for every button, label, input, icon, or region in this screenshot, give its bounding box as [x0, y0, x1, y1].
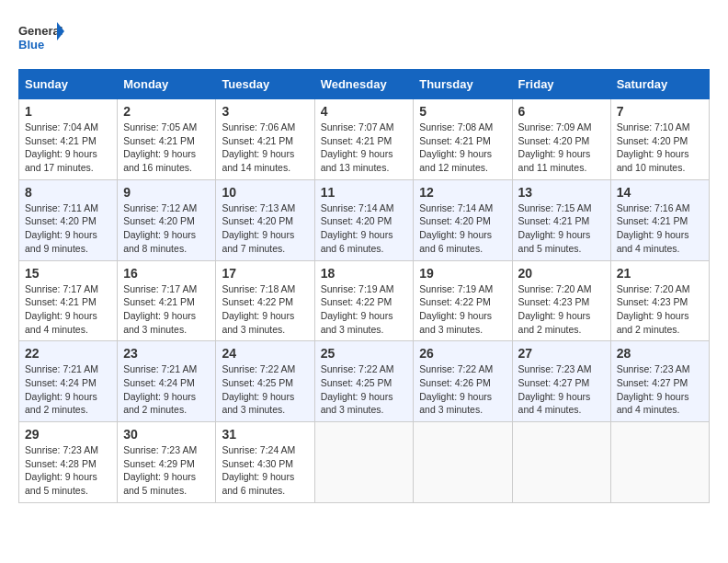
- daylight-label: Daylight: 9 hours and 2 minutes.: [123, 391, 196, 416]
- day-number: 29: [25, 427, 111, 442]
- calendar-day-cell: 24 Sunrise: 7:22 AM Sunset: 4:25 PM Dayl…: [216, 341, 314, 422]
- day-info: Sunrise: 7:06 AM Sunset: 4:21 PM Dayligh…: [222, 121, 308, 175]
- daylight-label: Daylight: 9 hours and 13 minutes.: [321, 148, 393, 173]
- day-number: 13: [518, 185, 605, 200]
- day-info: Sunrise: 7:10 AM Sunset: 4:20 PM Dayligh…: [617, 121, 703, 175]
- sunrise-label: Sunrise: 7:06 AM: [222, 121, 295, 132]
- day-number: 14: [617, 185, 703, 200]
- daylight-label: Daylight: 9 hours and 3 minutes.: [321, 391, 393, 416]
- day-info: Sunrise: 7:22 AM Sunset: 4:25 PM Dayligh…: [321, 362, 408, 417]
- sunset-label: Sunset: 4:21 PM: [123, 135, 195, 146]
- day-number: 12: [419, 185, 506, 200]
- sunset-label: Sunset: 4:21 PM: [617, 215, 688, 226]
- day-number: 23: [123, 346, 210, 361]
- logo: General Blue: [18, 18, 64, 60]
- sunset-label: Sunset: 4:22 PM: [222, 296, 293, 307]
- day-number: 18: [321, 266, 408, 281]
- sunrise-label: Sunrise: 7:11 AM: [25, 202, 98, 213]
- day-info: Sunrise: 7:13 AM Sunset: 4:20 PM Dayligh…: [222, 201, 308, 256]
- day-info: Sunrise: 7:14 AM Sunset: 4:20 PM Dayligh…: [321, 201, 408, 256]
- calendar-day-cell: 4 Sunrise: 7:07 AM Sunset: 4:21 PM Dayli…: [314, 99, 414, 180]
- calendar-day-cell: 15 Sunrise: 7:17 AM Sunset: 4:21 PM Dayl…: [19, 260, 118, 341]
- daylight-label: Daylight: 9 hours and 3 minutes.: [419, 391, 492, 416]
- daylight-label: Daylight: 9 hours and 16 minutes.: [123, 148, 196, 173]
- daylight-label: Daylight: 9 hours and 12 minutes.: [419, 148, 492, 173]
- sunset-label: Sunset: 4:20 PM: [25, 215, 97, 226]
- sunset-label: Sunset: 4:20 PM: [321, 215, 392, 226]
- day-number: 11: [321, 185, 408, 200]
- sunrise-label: Sunrise: 7:08 AM: [419, 121, 493, 132]
- day-number: 10: [222, 185, 308, 200]
- day-number: 21: [617, 266, 703, 281]
- calendar-day-cell: 14 Sunrise: 7:16 AM Sunset: 4:21 PM Dayl…: [610, 179, 709, 260]
- day-number: 25: [321, 346, 408, 361]
- calendar-day-cell: 23 Sunrise: 7:21 AM Sunset: 4:24 PM Dayl…: [118, 341, 216, 422]
- sunset-label: Sunset: 4:23 PM: [617, 296, 688, 307]
- day-info: Sunrise: 7:15 AM Sunset: 4:21 PM Dayligh…: [518, 201, 605, 256]
- day-info: Sunrise: 7:08 AM Sunset: 4:21 PM Dayligh…: [419, 121, 506, 175]
- calendar-day-cell: 16 Sunrise: 7:17 AM Sunset: 4:21 PM Dayl…: [118, 260, 216, 341]
- sunset-label: Sunset: 4:25 PM: [321, 377, 392, 388]
- svg-text:General: General: [18, 24, 63, 38]
- day-info: Sunrise: 7:23 AM Sunset: 4:28 PM Dayligh…: [25, 443, 111, 498]
- sunrise-label: Sunrise: 7:05 AM: [123, 121, 197, 132]
- day-info: Sunrise: 7:21 AM Sunset: 4:24 PM Dayligh…: [123, 362, 210, 417]
- sunset-label: Sunset: 4:21 PM: [222, 135, 293, 146]
- calendar-day-cell: 8 Sunrise: 7:11 AM Sunset: 4:20 PM Dayli…: [19, 179, 118, 260]
- page-header: General Blue: [18, 18, 710, 60]
- weekday-header: Saturday: [610, 70, 709, 99]
- day-info: Sunrise: 7:22 AM Sunset: 4:26 PM Dayligh…: [419, 362, 506, 417]
- calendar-day-cell: 30 Sunrise: 7:23 AM Sunset: 4:29 PM Dayl…: [118, 422, 216, 503]
- sunrise-label: Sunrise: 7:19 AM: [419, 283, 493, 294]
- day-info: Sunrise: 7:23 AM Sunset: 4:27 PM Dayligh…: [518, 362, 605, 417]
- daylight-label: Daylight: 9 hours and 3 minutes.: [321, 310, 393, 335]
- sunset-label: Sunset: 4:21 PM: [419, 135, 491, 146]
- day-number: 22: [25, 346, 111, 361]
- day-info: Sunrise: 7:16 AM Sunset: 4:21 PM Dayligh…: [617, 201, 703, 256]
- sunset-label: Sunset: 4:23 PM: [518, 296, 590, 307]
- calendar-day-cell: 12 Sunrise: 7:14 AM Sunset: 4:20 PM Dayl…: [414, 179, 512, 260]
- sunrise-label: Sunrise: 7:14 AM: [321, 202, 394, 213]
- day-info: Sunrise: 7:21 AM Sunset: 4:24 PM Dayligh…: [25, 362, 111, 417]
- day-info: Sunrise: 7:18 AM Sunset: 4:22 PM Dayligh…: [222, 282, 308, 337]
- calendar-week-row: 8 Sunrise: 7:11 AM Sunset: 4:20 PM Dayli…: [19, 179, 710, 260]
- calendar-day-cell: 3 Sunrise: 7:06 AM Sunset: 4:21 PM Dayli…: [216, 99, 314, 180]
- sunrise-label: Sunrise: 7:22 AM: [419, 363, 493, 374]
- calendar-day-cell: 5 Sunrise: 7:08 AM Sunset: 4:21 PM Dayli…: [414, 99, 512, 180]
- day-info: Sunrise: 7:23 AM Sunset: 4:29 PM Dayligh…: [123, 443, 210, 498]
- sunset-label: Sunset: 4:21 PM: [25, 296, 97, 307]
- sunset-label: Sunset: 4:27 PM: [617, 377, 688, 388]
- calendar-day-cell: 26 Sunrise: 7:22 AM Sunset: 4:26 PM Dayl…: [414, 341, 512, 422]
- day-info: Sunrise: 7:24 AM Sunset: 4:30 PM Dayligh…: [222, 443, 308, 498]
- calendar-day-cell: 6 Sunrise: 7:09 AM Sunset: 4:20 PM Dayli…: [512, 99, 610, 180]
- daylight-label: Daylight: 9 hours and 6 minutes.: [321, 229, 393, 254]
- calendar-header-row: SundayMondayTuesdayWednesdayThursdayFrid…: [19, 70, 710, 99]
- day-number: 6: [518, 104, 605, 119]
- sunset-label: Sunset: 4:22 PM: [419, 296, 491, 307]
- day-number: 20: [518, 266, 605, 281]
- sunrise-label: Sunrise: 7:23 AM: [617, 363, 690, 374]
- sunset-label: Sunset: 4:26 PM: [419, 377, 491, 388]
- daylight-label: Daylight: 9 hours and 6 minutes.: [419, 229, 492, 254]
- sunset-label: Sunset: 4:20 PM: [123, 215, 195, 226]
- sunrise-label: Sunrise: 7:20 AM: [518, 283, 592, 294]
- svg-text:Blue: Blue: [18, 38, 44, 52]
- sunrise-label: Sunrise: 7:22 AM: [321, 363, 394, 374]
- sunrise-label: Sunrise: 7:14 AM: [419, 202, 493, 213]
- calendar-day-cell: 7 Sunrise: 7:10 AM Sunset: 4:20 PM Dayli…: [610, 99, 709, 180]
- logo-icon: General Blue: [18, 18, 64, 60]
- calendar-day-cell: 27 Sunrise: 7:23 AM Sunset: 4:27 PM Dayl…: [512, 341, 610, 422]
- day-info: Sunrise: 7:09 AM Sunset: 4:20 PM Dayligh…: [518, 121, 605, 175]
- calendar-week-row: 22 Sunrise: 7:21 AM Sunset: 4:24 PM Dayl…: [19, 341, 710, 422]
- calendar-day-cell: 21 Sunrise: 7:20 AM Sunset: 4:23 PM Dayl…: [610, 260, 709, 341]
- daylight-label: Daylight: 9 hours and 8 minutes.: [123, 229, 196, 254]
- sunrise-label: Sunrise: 7:20 AM: [617, 283, 690, 294]
- sunset-label: Sunset: 4:24 PM: [25, 377, 97, 388]
- sunrise-label: Sunrise: 7:21 AM: [123, 363, 197, 374]
- sunrise-label: Sunrise: 7:17 AM: [123, 283, 197, 294]
- day-number: 24: [222, 346, 308, 361]
- calendar-day-cell: 22 Sunrise: 7:21 AM Sunset: 4:24 PM Dayl…: [19, 341, 118, 422]
- sunrise-label: Sunrise: 7:18 AM: [222, 283, 295, 294]
- daylight-label: Daylight: 9 hours and 3 minutes.: [222, 310, 294, 335]
- daylight-label: Daylight: 9 hours and 2 minutes.: [617, 310, 689, 335]
